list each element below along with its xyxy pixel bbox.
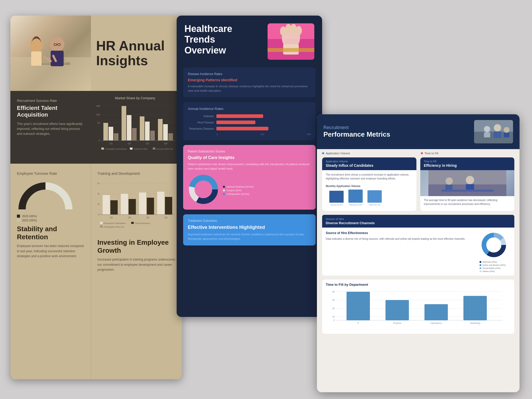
health-header: HealthcareTrendsOverview: [177, 16, 322, 68]
treatment-card-label: Treatment Outcomes: [188, 219, 311, 223]
turnover-title: Stability and Retention: [17, 225, 84, 241]
svg-rect-59: [165, 197, 172, 215]
svg-rect-56: [139, 192, 146, 215]
svg-text:Q3: Q3: [146, 216, 149, 219]
legend-dot-1: [17, 215, 20, 218]
svg-text:100: 100: [96, 113, 100, 116]
bar-chart-svg: 150 100 50 0: [94, 102, 177, 157]
svg-rect-38: [101, 148, 104, 150]
svg-text:150: 150: [97, 182, 99, 185]
healthcare-slide: HealthcareTrendsOverview Disease Inciden…: [177, 16, 322, 317]
source-legend-referrals: Referrals (35%): [480, 261, 511, 263]
recruit-title-block: Recruitment Performance Metrics: [323, 125, 390, 138]
market-share-chart: Market Share by Company 150 100 50 0: [91, 91, 182, 164]
svg-text:Operations: Operations: [430, 322, 442, 324]
treatment-outcomes-card: Treatment Outcomes Effective Interventio…: [183, 214, 316, 245]
dot-time-fill: [421, 152, 423, 154]
turnover-body: Employee turnover has been reduced compa…: [17, 244, 84, 259]
svg-point-85: [484, 126, 490, 132]
training-title: Investing in Employee Growth: [97, 238, 175, 255]
dot-referrals: [480, 261, 481, 263]
label-social: Social Media (15%): [482, 267, 500, 269]
svg-rect-32: [168, 133, 173, 141]
svg-rect-6: [31, 51, 42, 66]
treatment-card-body: Improved treatment outcomes for several …: [188, 232, 311, 241]
recruitment-title: Efficient Talent Acquisition: [17, 105, 84, 118]
source-section-header: Source of Hire Diverse Recruitment Chann…: [322, 215, 514, 228]
source-section-title: Diverse Recruitment Channels: [326, 221, 511, 225]
hero-illustration: [10, 16, 91, 91]
treatment-card-title: Effective Interventions Highlighted: [188, 225, 311, 230]
hr-hero-photo: [10, 16, 91, 91]
incidence-bar-1: [216, 114, 263, 118]
dot-general: [223, 186, 225, 188]
svg-text:150: 150: [96, 105, 100, 107]
svg-text:January (14.4%): January (14.4%): [330, 204, 343, 206]
app-volume-card: Application Volume Steady Influx of Cand…: [322, 157, 416, 211]
dot-app-volume: [322, 152, 324, 154]
incidence-label-2: Heart Disease: [188, 121, 214, 124]
svg-rect-22: [109, 127, 113, 141]
dept-chart-svg: 40 30 20 10 0 IT Finance Operations Mark…: [326, 289, 508, 331]
svg-point-3: [50, 37, 64, 51]
source-legend: Referrals (35%) Online Job Boards (40%) …: [480, 261, 511, 272]
svg-text:50: 50: [97, 122, 100, 124]
label-referrals: Referrals (35%): [482, 261, 497, 263]
metric-app-label: Application Volume: [326, 152, 350, 155]
patient-card-label: Patient Satisfaction Scores: [188, 150, 311, 153]
axis-500: 500: [307, 133, 311, 136]
turnover-legend-1-text: 2023 (45%): [22, 215, 37, 218]
svg-rect-26: [132, 128, 137, 141]
svg-text:March (43.7%): March (43.7%): [369, 204, 380, 206]
app-volume-chart: January (14.4%) February (41.8%) March (…: [322, 188, 410, 207]
svg-text:50: 50: [97, 203, 99, 205]
recruit-header-photo: [474, 120, 513, 143]
incidence-row-1: Diabetes: [188, 114, 311, 118]
office-photo-svg: [420, 170, 515, 196]
recruit-bottom-row: Time to Fill by Department 40 30 20 10 0: [317, 280, 520, 339]
hr-main-title: HR Annual Insights: [96, 38, 177, 68]
legend-dot-2: [17, 219, 20, 222]
incidence-axis: 0 250 500: [188, 133, 311, 136]
recruit-subtitle: Recruitment: [323, 125, 390, 130]
legend-surgery: Surgery (20%): [223, 189, 254, 192]
svg-rect-100: [445, 185, 453, 190]
svg-rect-53: [110, 200, 118, 215]
time-fill-card: Time to Fill Efficiency in Hiring The av…: [420, 157, 515, 211]
hr-slide: HR Annual Insights Recruitment Success R…: [10, 16, 182, 379]
disease-incidence-card: Disease Incidence Rates Emerging Pattern…: [183, 68, 316, 97]
svg-text:0: 0: [334, 319, 335, 322]
svg-rect-93: [368, 190, 382, 203]
svg-text:100: 100: [97, 192, 99, 195]
label-online: Online Job Boards (40%): [482, 264, 506, 266]
incidence-bar-2: [216, 121, 255, 124]
source-legend-social: Social Media (15%): [480, 267, 511, 269]
health-photo-svg: [268, 23, 314, 60]
time-fill-header: Time to Fill Efficiency in Hiring: [420, 157, 515, 170]
svg-point-5: [30, 39, 43, 52]
svg-text:Positions Filled: Positions Filled: [134, 148, 148, 150]
turnover-legend-1: 2023 (45%): [17, 215, 84, 218]
hr-bottom-section: Employee Turnover Rate 2023 (45%) 2023 (…: [10, 164, 182, 379]
source-legend-online: Online Job Boards (40%): [480, 264, 511, 266]
svg-text:February (41.8%): February (41.8%): [349, 204, 362, 206]
svg-text:40: 40: [332, 290, 335, 293]
axis-0: 0: [216, 133, 218, 136]
hr-hero-title: HR Annual Insights: [91, 16, 182, 91]
source-chart-title: Source of Hire Effectiveness: [326, 231, 476, 235]
health-title-block: HealthcareTrendsOverview: [184, 23, 262, 60]
health-hero-photo: [268, 23, 314, 60]
time-dept-card: Time to Fill by Department 40 30 20 10 0: [322, 280, 514, 334]
source-body: Source of Hire Effectiveness Data indica…: [326, 231, 476, 272]
incidence-chart: Annual Incidence Rates Diabetes Heart Di…: [183, 102, 316, 140]
patient-satisfaction-card: Patient Satisfaction Scores Quality of C…: [183, 145, 316, 210]
metric-time-label: Time to Fill: [424, 152, 438, 155]
svg-text:Q4: Q4: [164, 142, 167, 145]
svg-rect-23: [114, 133, 118, 141]
svg-rect-55: [129, 199, 136, 215]
source-section-label: Source of Hire: [326, 217, 511, 221]
metric-labels-row: Application Volume Time to Fill: [317, 149, 520, 157]
recruitment-slide: Recruitment Performance Metrics Applicat…: [317, 114, 520, 392]
svg-rect-28: [145, 122, 150, 141]
incidence-label-3: Respiratory Diseases: [188, 127, 214, 130]
